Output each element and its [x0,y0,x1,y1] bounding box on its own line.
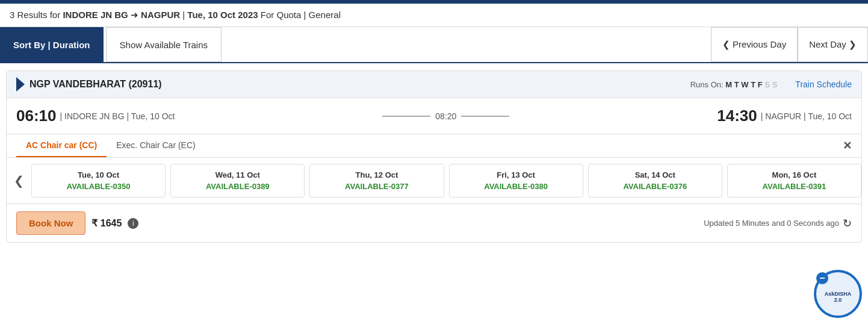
show-available-trains-button[interactable]: Show Available Trains [106,27,222,62]
sort-by-duration-button[interactable]: Sort By | Duration [0,27,104,62]
results-count: 3 Results for [10,10,60,20]
day-W: W [741,80,748,89]
quota-type: General [309,10,341,20]
avail-date-3: Fri, 13 Oct [457,170,575,179]
arrive-station: | NAGPUR | Tue, 10 Oct [761,111,852,121]
avail-cell-5[interactable]: Mon, 16 Oct AVAILABLE-0391 [727,164,861,198]
avail-cell-2[interactable]: Thu, 12 Oct AVAILABLE-0377 [309,164,444,198]
avail-cell-4[interactable]: Sat, 14 Oct AVAILABLE-0376 [588,164,722,198]
avail-cell-1[interactable]: Wed, 11 Oct AVAILABLE-0389 [170,164,305,198]
close-button[interactable]: ✕ [843,139,852,152]
availability-section: ❮ Tue, 10 Oct AVAILABLE-0350 Wed, 11 Oct… [7,157,861,204]
day-T1: T [734,80,739,89]
train-header: NGP VANDEBHARAT (20911) Runs On: M T W T… [7,71,861,98]
avail-status-2: AVAILABLE-0377 [317,182,436,191]
avail-date-4: Sat, 14 Oct [596,170,715,179]
runs-on-label: Runs On: [690,80,724,89]
train-card: NGP VANDEBHARAT (20911) Runs On: M T W T… [6,70,862,243]
avail-status-0: AVAILABLE-0350 [39,182,158,191]
availability-grid: Tue, 10 Oct AVAILABLE-0350 Wed, 11 Oct A… [31,164,861,198]
currency-symbol: ₹ [91,218,98,228]
booking-bar-left: Book Now ₹ 1645 i [16,211,138,235]
class-tabs: AC Chair car (CC) Exec. Chair Car (EC) ✕ [7,134,861,157]
day-T2: T [751,80,755,89]
route-arrow: ➜ [131,10,138,20]
day-S2: S [772,80,778,89]
avail-status-4: AVAILABLE-0376 [596,182,715,191]
day-S1: S [764,80,770,89]
tab-exec-chair-car[interactable]: Exec. Chair Car (EC) [107,134,205,157]
book-now-button[interactable]: Book Now [16,211,85,235]
depart-station: | INDORE JN BG | Tue, 10 Oct [60,111,175,121]
day-M: M [725,80,732,89]
duration-line-right [461,116,509,117]
for-quota-text: For Quota [261,10,304,20]
price-text: ₹ 1645 [91,217,122,229]
booking-bar-right: Updated 5 Minutes and 0 Seconds ago ↻ [704,217,852,230]
avail-date-0: Tue, 10 Oct [39,170,158,179]
duration-line-left [382,116,430,117]
tab-ac-chair-car[interactable]: AC Chair car (CC) [16,134,107,157]
avail-status-3: AVAILABLE-0380 [457,182,575,191]
booking-bar: Book Now ₹ 1645 i Updated 5 Minutes and … [7,204,861,242]
previous-day-button[interactable]: ❮ Previous Day [711,27,798,62]
search-date: Tue, 10 Oct 2023 [187,10,258,20]
train-name: NGP VANDEBHARAT (20911) [29,79,678,90]
route-from: INDORE JN BG [63,10,128,20]
availability-prev-arrow[interactable]: ❮ [7,173,31,188]
avail-date-2: Thu, 12 Oct [317,170,436,179]
avail-date-1: Wed, 11 Oct [178,170,297,179]
avail-date-5: Mon, 16 Oct [735,170,854,179]
train-schedule-link[interactable]: Train Schedule [795,79,852,89]
train-timing: 06:10 | INDORE JN BG | Tue, 10 Oct 08:20… [7,98,861,134]
arrive-time: 14:30 [717,107,757,125]
results-header: 3 Results for INDORE JN BG ➜ NAGPUR | Tu… [0,4,868,27]
duration-text: 08:20 [430,111,461,121]
avail-status-1: AVAILABLE-0389 [178,182,297,191]
day-F: F [758,80,763,89]
next-day-button[interactable]: Next Day ❯ [798,27,868,62]
info-icon[interactable]: i [128,218,138,229]
avail-status-5: AVAILABLE-0391 [735,182,854,191]
depart-time: 06:10 [16,107,57,125]
toolbar: Sort By | Duration Show Available Trains… [0,27,868,63]
avail-cell-0[interactable]: Tue, 10 Oct AVAILABLE-0350 [31,164,166,198]
route-to: NAGPUR [141,10,180,20]
duration-block: 08:20 [175,111,717,121]
updated-text: Updated 5 Minutes and 0 Seconds ago [704,219,839,228]
price-value: 1645 [101,218,122,228]
runs-on: Runs On: M T W T F S S [690,80,778,89]
avail-cell-3[interactable]: Fri, 13 Oct AVAILABLE-0380 [449,164,583,198]
separator2: | [304,10,309,20]
header-triangle-icon [16,77,25,92]
refresh-icon[interactable]: ↻ [843,217,852,230]
